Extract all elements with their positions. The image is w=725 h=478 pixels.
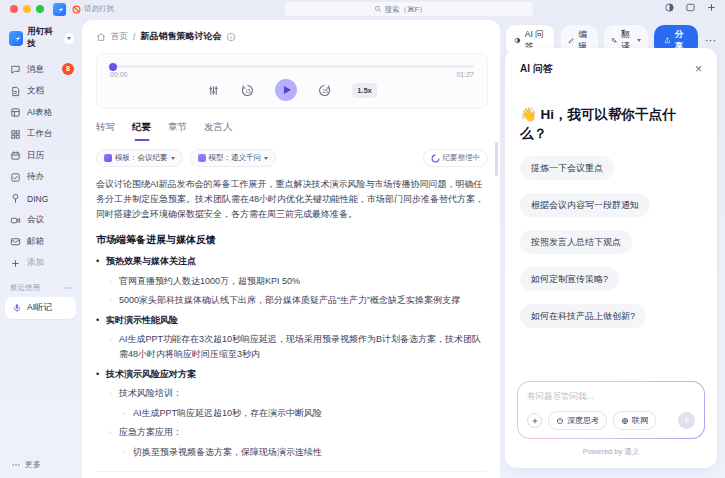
section-heading: 市场端筹备进展与媒体反馈 (96, 232, 486, 247)
sidebar-add-app-button[interactable]: 添加 (0, 253, 81, 275)
panel-title: AI 问答 (520, 62, 553, 76)
do-not-disturb-status[interactable]: 请勿打扰 (72, 4, 114, 14)
web-search-toggle[interactable]: 联网 (613, 411, 656, 430)
document-icon (10, 86, 21, 97)
new-window-icon[interactable] (685, 2, 696, 13)
sidebar-item-label: 待办 (27, 171, 44, 183)
chevron-down-icon (637, 39, 641, 42)
recent-section-header: 最近使用 (0, 274, 81, 297)
sidebar-item-label: 日历 (27, 150, 44, 162)
bullet-marker: ◦ (123, 406, 133, 421)
workspace-switcher[interactable]: 用钉科技 (0, 18, 81, 59)
outline-item: •技术演示风险应对方案 (96, 367, 486, 382)
more-actions-button[interactable]: ··· (706, 36, 718, 46)
model-label: 模型：通义千问 (209, 153, 262, 163)
sidebar-item-meeting[interactable]: 会议 (0, 210, 81, 232)
sidebar-item-label: 邮箱 (27, 236, 44, 248)
tab-speakers[interactable]: 发言人 (204, 121, 233, 141)
tab-transcript[interactable]: 转写 (96, 121, 115, 141)
breadcrumb-home[interactable]: 首页 (111, 31, 128, 43)
model-select[interactable]: 模型：通义千问 (190, 149, 277, 167)
svg-text:15: 15 (246, 87, 252, 93)
audio-progress-handle[interactable] (109, 63, 117, 71)
sidebar-item-ai-transcribe[interactable]: AI听记 (5, 297, 76, 319)
outline-text: 官网直播预约人数达1000万，超预期KPI 50% (119, 274, 300, 289)
play-button[interactable] (275, 79, 297, 101)
suggestion-chip[interactable]: 提炼一下会议重点 (520, 156, 614, 180)
sidebar-item-calendar[interactable]: 日历 (0, 145, 81, 167)
translate-icon (611, 36, 617, 45)
audio-settings-icon[interactable] (207, 84, 220, 97)
spinner-icon (431, 154, 440, 163)
microphone-icon (12, 303, 22, 313)
add-tab-icon[interactable] (706, 2, 717, 13)
search-icon (374, 5, 382, 13)
info-icon[interactable] (226, 32, 236, 42)
sidebar-item-mail[interactable]: 邮箱 (0, 231, 81, 253)
page-title: 新品销售策略讨论会 (140, 30, 221, 43)
outline-item: ◦切换至预录视频备选方案，保障现场演示连续性 (96, 445, 486, 460)
sidebar-item-docs[interactable]: 文档 (0, 81, 81, 103)
close-icon[interactable]: × (695, 64, 702, 74)
play-icon (284, 86, 291, 94)
sidebar-item-workbench[interactable]: 工作台 (0, 124, 81, 146)
sidebar-add-label: 添加 (27, 257, 44, 269)
theme-toggle-icon[interactable] (664, 2, 675, 13)
template-label: 模板：会议纪要 (115, 153, 168, 163)
duration: 01:27 (456, 71, 474, 78)
web-search-label: 联网 (632, 415, 648, 426)
audio-progress-bar[interactable] (110, 65, 474, 68)
global-search[interactable] (285, 2, 533, 16)
unread-badge: 8 (62, 63, 74, 75)
table-icon (10, 107, 21, 118)
outline-item: ◦5000家头部科技媒体确认线下出席，部分媒体质疑产品“生产力”概念缺乏实操案例… (96, 293, 486, 308)
suggestion-chip[interactable]: 如何在科技产品上做创新? (520, 304, 646, 328)
tab-chapters[interactable]: 章节 (168, 121, 187, 141)
outline-item: ◦官网直播预约人数达1000万，超预期KPI 50% (96, 274, 486, 289)
sidebar-more-button[interactable]: 更多 (11, 459, 41, 470)
powered-by: Powered by 通义 (505, 447, 717, 457)
rewind-15-icon[interactable]: 15 (240, 83, 255, 98)
tab-summary[interactable]: 纪要 (132, 121, 151, 141)
home-icon[interactable] (96, 32, 106, 42)
summary-intro: 会议讨论围绕AI新品发布会的筹备工作展开，重点解决技术演示风险与市场传播协同问题… (96, 177, 486, 222)
do-not-disturb-label: 请勿打扰 (84, 4, 114, 14)
summary-document: 会议讨论围绕AI新品发布会的筹备工作展开，重点解决技术演示风险与市场传播协同问题… (82, 167, 500, 478)
search-input[interactable] (385, 5, 445, 14)
send-button[interactable] (678, 412, 695, 429)
meeting-tabs: 转写 纪要 章节 发言人 (82, 109, 500, 141)
zoom-window-button[interactable] (36, 5, 44, 13)
mail-icon (10, 236, 21, 247)
dingtalk-logo-icon (53, 3, 66, 16)
workspace-caret[interactable] (64, 33, 74, 44)
sidebar-item-ai-table[interactable]: AI表格 (0, 102, 81, 124)
deep-think-toggle[interactable]: 深度思考 (548, 411, 607, 430)
suggestion-chip[interactable]: 如何定制宣传策略? (520, 267, 619, 291)
audio-player: 00:00 01:27 15 15 1.5x (96, 53, 488, 109)
breadcrumb: 首页 / 新品销售策略讨论会 (82, 20, 500, 47)
workspace-name: 用钉科技 (27, 26, 59, 50)
outline-text: AI生成PPT响应延迟超10秒，存在演示中断风险 (133, 406, 322, 421)
sidebar-item-todo[interactable]: 待办 (0, 167, 81, 189)
sidebar-item-label: AI表格 (27, 107, 52, 119)
svg-text:15: 15 (323, 87, 329, 93)
forward-15-icon[interactable]: 15 (317, 83, 332, 98)
recent-item-label: AI听记 (27, 302, 52, 314)
more-dots-icon[interactable] (62, 283, 72, 293)
sidebar-item-ding[interactable]: DING (0, 188, 81, 210)
suggestion-chip[interactable]: 按照发言人总结下观点 (520, 230, 632, 254)
ai-question-input[interactable] (527, 391, 695, 401)
suggestion-chip[interactable]: 根据会议内容写一段群通知 (520, 193, 650, 217)
bullet-marker: • (96, 254, 106, 269)
summary-status: 纪要整理中 (423, 149, 489, 167)
close-window-button[interactable] (10, 5, 18, 13)
deep-think-label: 深度思考 (567, 415, 599, 426)
playback-speed-button[interactable]: 1.5x (352, 83, 377, 98)
minimize-window-button[interactable] (23, 5, 31, 13)
sidebar-item-label: 文档 (27, 85, 44, 97)
outline-text: 实时演示性能风险 (106, 313, 178, 328)
attach-button[interactable] (527, 413, 542, 428)
main-scrollbar[interactable] (495, 142, 498, 176)
sidebar-item-messages[interactable]: 消息 8 (0, 59, 81, 81)
template-select[interactable]: 模板：会议纪要 (96, 149, 183, 167)
